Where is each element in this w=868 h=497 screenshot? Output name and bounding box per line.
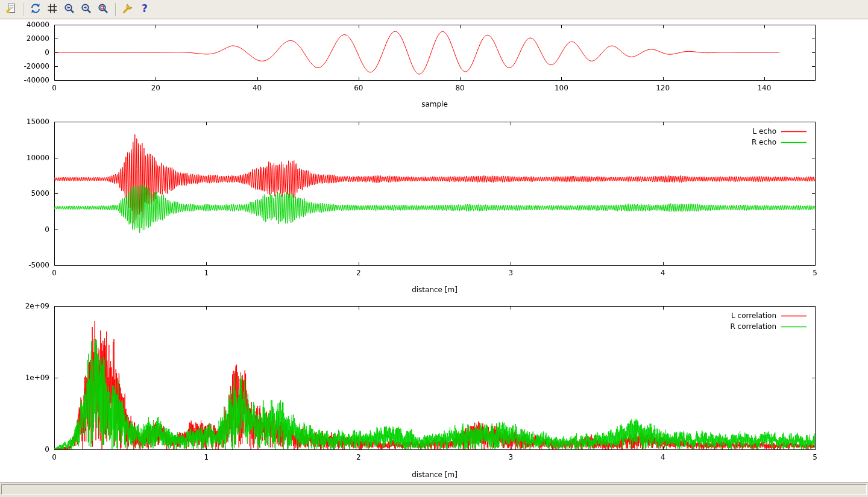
status-bar [0,482,868,497]
toolbar-separator [23,3,24,16]
copy-to-clipboard-button[interactable] [3,2,19,17]
autoscale-button[interactable] [95,2,111,17]
help-button[interactable]: ? [137,2,153,17]
pulse-chart-canvas[interactable] [0,19,868,114]
help-icon: ? [139,2,151,16]
zoom-reset-icon [97,2,109,16]
clipboard-icon [5,2,17,16]
zoom-previous-button[interactable] [61,2,77,17]
echo-chart-canvas[interactable] [0,114,868,299]
svg-text:?: ? [142,2,148,14]
grid-icon [46,2,58,16]
toggle-grid-button[interactable] [45,2,60,17]
wrench-icon [122,2,134,16]
zoom-next-button[interactable] [78,2,94,17]
configure-button[interactable] [120,2,136,17]
refresh-icon [30,2,42,16]
replot-button[interactable] [28,2,43,17]
plot-area [0,19,868,482]
gnuplot-window: ? [0,0,868,497]
correlation-chart-canvas[interactable] [0,299,868,482]
status-text [1,484,867,495]
zoom-previous-icon [63,2,75,16]
toolbar-separator [115,3,116,16]
zoom-next-icon [80,2,92,16]
toolbar: ? [0,0,868,19]
